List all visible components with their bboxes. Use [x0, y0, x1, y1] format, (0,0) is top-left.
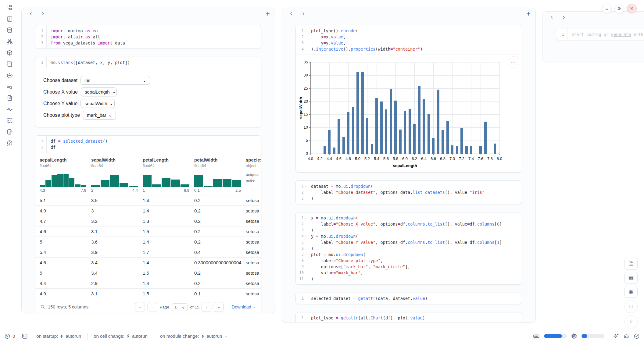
download-button[interactable]: Download⌄ — [231, 305, 256, 309]
fold-chevron-icon[interactable]: ⌄ — [305, 27, 307, 34]
chevron-down-icon: ⌄ — [110, 101, 113, 106]
column-next-button[interactable] — [560, 14, 568, 21]
table-row[interactable]: 4.931.40.2setosa — [35, 206, 261, 216]
copilot-button[interactable] — [623, 333, 629, 339]
fold-chevron-icon[interactable]: ⌄ — [305, 233, 307, 239]
connection-status-button[interactable] — [634, 333, 640, 339]
cell-imports[interactable]: 1import marimo as mo2import altair as al… — [35, 25, 261, 49]
column-prev-button[interactable] — [27, 10, 35, 17]
function-icon[interactable] — [4, 16, 15, 22]
table-row[interactable]: 4.73.21.30.2setosa — [35, 216, 261, 226]
code-line: 1import marimo as mo — [35, 28, 261, 34]
help-icon[interactable] — [4, 140, 15, 146]
table-row[interactable]: 4.93.11.50.1setosa — [35, 289, 261, 299]
chart-menu-button[interactable]: ••• — [508, 56, 519, 68]
menu-button[interactable]: ≡ — [602, 4, 612, 13]
chart-bar — [479, 146, 482, 154]
file-tree-icon[interactable] — [4, 4, 15, 11]
table-row[interactable]: 5.13.51.40.2setosa — [35, 195, 261, 206]
error-counter[interactable]: 0 — [4, 333, 15, 339]
cell-vstack[interactable]: 1mo.vstack([dataset, x, y, plot]) Choose… — [35, 57, 261, 127]
package-icon[interactable] — [4, 49, 15, 56]
code-editor[interactable]: 1import marimo as mo2import altair as al… — [35, 25, 261, 48]
column-next-button[interactable] — [39, 10, 47, 17]
chart-bar — [456, 146, 458, 154]
code-editor[interactable]: 1mo.vstack([dataset, x, y, plot]) — [35, 57, 261, 68]
list-search-icon[interactable] — [4, 83, 15, 90]
cell-xy-plot-dropdowns[interactable]: 1⌄x = mo.ui.dropdown(2 label="Choose X v… — [295, 212, 522, 285]
cell-selected-dataset[interactable]: 1selected_dataset = getattr(data, datase… — [295, 293, 522, 304]
table-column-header[interactable]: sepalWidthfloat6424.4 — [91, 157, 143, 195]
column-prev-button[interactable] — [547, 14, 556, 21]
scroll-icon[interactable] — [4, 61, 15, 67]
code-snippet-icon[interactable] — [4, 117, 15, 124]
dropdown-row: Choose X valuesepalLength⌄ — [43, 87, 253, 96]
table-column-header[interactable]: speciesobjectunique:nulls: — [246, 157, 261, 195]
dropdown-select[interactable]: sepalWidth⌄ — [80, 99, 115, 108]
code-line: 1selected_dataset = getattr(data, datase… — [296, 295, 522, 301]
table-row[interactable]: 53.41.50.2setosa — [35, 268, 261, 278]
first-page-button[interactable]: « — [135, 302, 145, 312]
cell-empty-ai[interactable]: 1 Start coding or generate with AI — [556, 29, 644, 40]
page-select[interactable]: 1⌄ — [172, 303, 188, 311]
on-startup-setting[interactable]: on startup: autorun — [36, 333, 81, 339]
cell-dataframe[interactable]: 1df = selected_dataset()2df sepalLengthf… — [35, 135, 261, 313]
code-editor[interactable]: 1plot_type = getattr(alt.Chart(df), plot… — [296, 312, 522, 323]
add-cell-button[interactable]: + — [526, 10, 531, 17]
table-row[interactable]: 4.42.91.40.2setosa — [35, 278, 261, 289]
next-page-button[interactable]: › — [202, 302, 211, 312]
prev-page-button[interactable]: ‹ — [147, 302, 157, 312]
database-icon[interactable] — [4, 27, 15, 34]
column-next-button[interactable] — [299, 10, 308, 17]
activity-icon[interactable] — [4, 106, 15, 112]
terminal-button[interactable] — [22, 333, 28, 339]
table-row[interactable]: 5.43.91.70.4setosa — [35, 247, 261, 258]
table-row[interactable]: 4.63.41.40.30000000000000004setosa — [35, 258, 261, 268]
last-page-button[interactable]: » — [214, 302, 224, 312]
table-column-header[interactable]: petalWidthfloat640.12.5 — [194, 157, 246, 195]
add-cell-button[interactable]: + — [266, 10, 270, 17]
cell-plot-type[interactable]: 1plot_type = getattr(alt.Chart(df), plot… — [295, 312, 522, 323]
code-editor[interactable]: 1⌄dataset = mo.ui.dropdown(2 label="Choo… — [296, 181, 522, 204]
document-icon[interactable] — [4, 94, 15, 101]
code-editor[interactable]: 1⌄x = mo.ui.dropdown(2 label="Choose X v… — [296, 212, 522, 284]
settings-button[interactable]: ⚙ — [614, 4, 624, 13]
stop-button[interactable] — [624, 300, 638, 313]
sitemap-icon[interactable] — [4, 38, 15, 45]
code-editor[interactable]: 1selected_dataset = getattr(data, datase… — [296, 293, 522, 304]
chart-bar — [432, 138, 435, 154]
code-line: 6) — [296, 245, 522, 251]
code-editor[interactable]: 1⌄plot_type().encode(2 x=x.value,3 y=y.v… — [296, 25, 522, 55]
cell-plot[interactable]: 1⌄plot_type().encode(2 x=x.value,3 y=y.v… — [295, 25, 522, 173]
on-module-change-setting[interactable]: on module change: autorun ⌄ — [160, 333, 227, 339]
fold-chevron-icon[interactable]: ⌄ — [305, 215, 307, 221]
table-row[interactable]: 4.63.11.50.2setosa — [35, 226, 261, 237]
run-button[interactable] — [624, 315, 638, 328]
chart-bar — [423, 99, 425, 154]
on-cell-change-setting[interactable]: on cell change: autorun — [94, 333, 148, 339]
keyboard-shortcuts-button[interactable]: ⌘ — [624, 286, 638, 298]
dropdown-select[interactable]: mark_bar⌄ — [83, 111, 116, 119]
generate-link[interactable]: generate — [611, 32, 631, 37]
ai-sparkles-button[interactable] — [613, 333, 619, 339]
code-editor[interactable]: 1df = selected_dataset()2df — [35, 136, 261, 153]
notebook-edit-icon[interactable] — [4, 128, 15, 135]
fold-chevron-icon[interactable]: ⌄ — [305, 183, 307, 189]
dropdown-select[interactable]: sepalLength⌄ — [81, 87, 117, 96]
close-button[interactable]: ✕ — [627, 4, 637, 13]
save-button[interactable] — [624, 258, 638, 270]
ai-placeholder[interactable]: Start coding or generate with AI — [567, 31, 644, 37]
code-line: 1df = selected_dataset() — [35, 138, 261, 144]
chevron-down-icon: ⌄ — [253, 305, 256, 309]
code-editor[interactable]: 1 Start coding or generate with AI — [556, 29, 644, 40]
column-prev-button[interactable] — [287, 10, 295, 17]
fold-chevron-icon[interactable]: ⌄ — [305, 251, 307, 257]
chat-bot-icon[interactable] — [4, 72, 15, 79]
table-row[interactable]: 53.61.40.2setosa — [35, 237, 261, 247]
table-column-header[interactable]: sepalLengthfloat644.37.9 — [40, 157, 91, 195]
cell-dataset-dropdown[interactable]: 1⌄dataset = mo.ui.dropdown(2 label="Choo… — [295, 180, 522, 204]
layout-button[interactable] — [624, 272, 638, 284]
dropdown-select[interactable]: iris⌄ — [80, 76, 150, 85]
search-icon[interactable] — [40, 305, 45, 310]
table-column-header[interactable]: petalLengthfloat6416.9 — [143, 157, 194, 195]
